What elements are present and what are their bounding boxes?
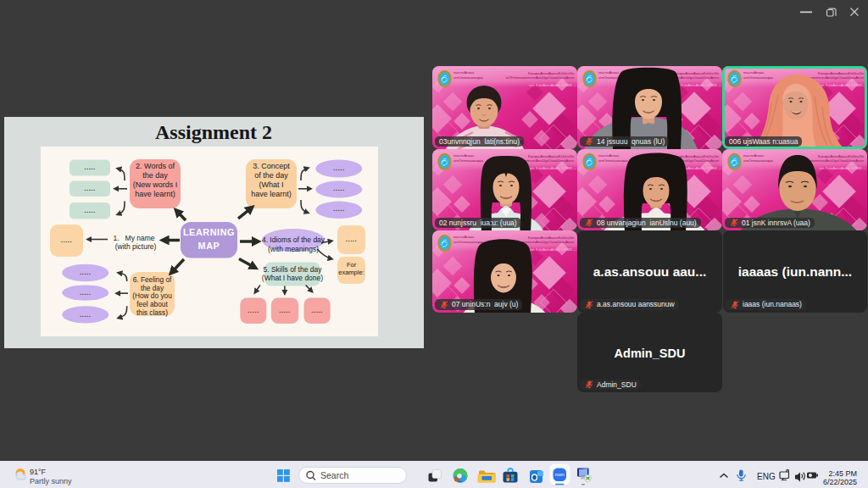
svg-text:.....: ..... <box>248 307 259 314</box>
svg-text:.....: ..... <box>84 207 96 214</box>
svg-text:the day: the day <box>142 171 168 180</box>
svg-text:Partly sunny: Partly sunny <box>30 477 72 485</box>
svg-text:91°F: 91°F <box>30 468 47 476</box>
svg-text:.....: ..... <box>84 185 96 192</box>
svg-text:have learnt): have learnt) <box>251 190 292 198</box>
svg-text:Search: Search <box>320 470 348 480</box>
svg-text:.....: ..... <box>311 307 323 314</box>
svg-text:(with picture): (with picture) <box>115 242 157 251</box>
svg-text:.....: ..... <box>80 269 92 276</box>
svg-text:.....: ..... <box>279 307 291 314</box>
svg-text:have learnt): have learnt) <box>135 190 175 198</box>
svg-text:.....: ..... <box>333 164 345 172</box>
svg-text:.....: ..... <box>84 164 96 171</box>
svg-text:(New words I: (New words I <box>133 180 178 189</box>
svg-text:3. Concept: 3. Concept <box>253 162 290 170</box>
svg-text:(What I: (What I <box>259 180 283 189</box>
svg-text:5. Skills of the day: 5. Skills of the day <box>264 265 323 274</box>
svg-text:(with meanings): (with meanings) <box>268 245 319 253</box>
svg-text:of the day: of the day <box>254 171 288 180</box>
svg-text:ENG: ENG <box>757 472 776 481</box>
svg-text:.....: ..... <box>80 311 92 319</box>
svg-text:this class): this class) <box>136 308 168 317</box>
svg-text:For: For <box>347 261 357 269</box>
svg-text:.....: ..... <box>333 185 345 192</box>
svg-text:(What I have done): (What I have done) <box>262 274 323 282</box>
svg-text:.....: ..... <box>346 236 358 243</box>
svg-text:.....: ..... <box>80 289 92 297</box>
svg-text:6. Feeling of: 6. Feeling of <box>133 275 172 284</box>
svg-text:Assignment 2: Assignment 2 <box>155 121 272 143</box>
svg-text:1. My name: 1. My name <box>113 234 154 242</box>
svg-text:.....: ..... <box>333 205 345 213</box>
svg-text:MAP: MAP <box>198 241 220 251</box>
svg-text:zoom: zoom <box>555 473 565 477</box>
svg-text:LEARNING: LEARNING <box>183 227 235 237</box>
svg-text:the day: the day <box>141 284 164 292</box>
svg-text:.....: ..... <box>61 236 73 244</box>
svg-text:4. Idioms of the day: 4. Idioms of the day <box>262 236 326 244</box>
svg-text:2. Words of: 2. Words of <box>136 162 175 170</box>
svg-text:6/22/2025: 6/22/2025 <box>823 478 857 486</box>
svg-text:(How do you: (How do you <box>132 291 172 300</box>
svg-text:feel about: feel about <box>136 300 168 308</box>
svg-text:example:: example: <box>338 269 364 276</box>
svg-text:2:45 PM: 2:45 PM <box>828 469 857 478</box>
